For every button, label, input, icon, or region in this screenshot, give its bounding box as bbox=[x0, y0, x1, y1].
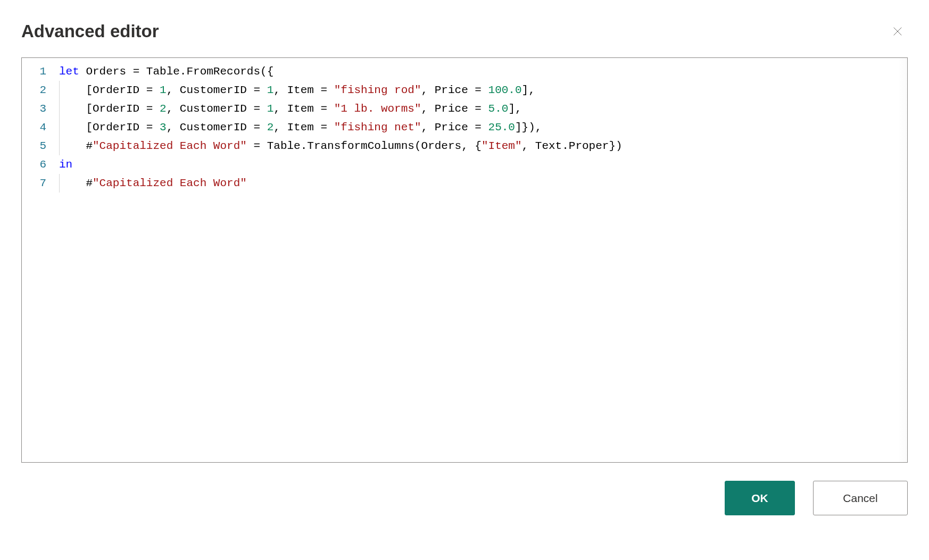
line-number: 2 bbox=[22, 81, 53, 99]
token-txt: [OrderID = bbox=[59, 103, 160, 115]
close-icon[interactable] bbox=[887, 21, 908, 41]
token-str: "Item" bbox=[482, 140, 522, 152]
token-txt: # bbox=[59, 177, 93, 189]
token-num: 100.0 bbox=[488, 84, 522, 96]
advanced-editor-dialog: Advanced editor 1234567 let Orders = Tab… bbox=[21, 21, 908, 515]
token-num: 3 bbox=[160, 121, 167, 133]
token-str: "Capitalized Each Word" bbox=[93, 177, 247, 189]
token-num: 2 bbox=[160, 103, 167, 115]
token-txt: , CustomerID = bbox=[167, 103, 267, 115]
token-txt: ], bbox=[508, 103, 521, 115]
token-txt: , Price = bbox=[421, 103, 488, 115]
dialog-button-row: OK Cancel bbox=[21, 481, 908, 515]
line-number: 7 bbox=[22, 174, 53, 193]
dialog-header: Advanced editor bbox=[21, 21, 908, 41]
scrollbar-track[interactable] bbox=[898, 58, 907, 462]
token-txt: , Item = bbox=[273, 121, 334, 133]
line-number-gutter: 1234567 bbox=[22, 62, 53, 193]
token-num: 1 bbox=[160, 84, 167, 96]
token-str: "1 lb. worms" bbox=[334, 103, 421, 115]
token-num: 5.0 bbox=[488, 103, 509, 115]
token-kw: let bbox=[59, 65, 79, 78]
token-txt: , Price = bbox=[421, 121, 488, 133]
line-number: 4 bbox=[22, 118, 53, 137]
token-txt: [OrderID = bbox=[59, 84, 160, 96]
token-txt: Orders = Table.FromRecords({ bbox=[79, 65, 273, 78]
token-str: "fishing net" bbox=[334, 121, 421, 133]
token-num: 1 bbox=[267, 84, 274, 96]
token-txt: , Text.Proper}) bbox=[522, 140, 623, 152]
line-number: 3 bbox=[22, 99, 53, 118]
code-line[interactable]: #"Capitalized Each Word" bbox=[59, 174, 907, 193]
line-number: 6 bbox=[22, 155, 53, 174]
token-txt: , Price = bbox=[421, 84, 488, 96]
token-txt: ], bbox=[522, 84, 535, 96]
line-number: 1 bbox=[22, 62, 53, 81]
code-line[interactable]: [OrderID = 3, CustomerID = 2, Item = "fi… bbox=[59, 118, 907, 137]
token-txt: , CustomerID = bbox=[167, 121, 267, 133]
token-str: "Capitalized Each Word" bbox=[93, 140, 247, 152]
line-number: 5 bbox=[22, 137, 53, 155]
ok-button[interactable]: OK bbox=[725, 481, 795, 515]
token-kw: in bbox=[59, 158, 72, 171]
code-line[interactable]: [OrderID = 1, CustomerID = 1, Item = "fi… bbox=[59, 81, 907, 99]
token-txt: ]}), bbox=[515, 121, 542, 133]
cancel-button[interactable]: Cancel bbox=[813, 481, 908, 515]
token-txt: # bbox=[59, 140, 93, 152]
token-str: "fishing rod" bbox=[334, 84, 421, 96]
code-line[interactable]: in bbox=[59, 155, 907, 174]
code-area[interactable]: let Orders = Table.FromRecords({ [OrderI… bbox=[53, 62, 907, 193]
token-txt: , Item = bbox=[273, 84, 334, 96]
token-txt: [OrderID = bbox=[59, 121, 160, 133]
code-line[interactable]: #"Capitalized Each Word" = Table.Transfo… bbox=[59, 137, 907, 155]
token-txt: , Item = bbox=[273, 103, 334, 115]
token-txt: = Table.TransformColumns(Orders, { bbox=[247, 140, 482, 152]
token-num: 1 bbox=[267, 103, 274, 115]
token-num: 2 bbox=[267, 121, 274, 133]
code-line[interactable]: [OrderID = 2, CustomerID = 1, Item = "1 … bbox=[59, 99, 907, 118]
code-line[interactable]: let Orders = Table.FromRecords({ bbox=[59, 62, 907, 81]
token-txt: , CustomerID = bbox=[167, 84, 267, 96]
code-editor[interactable]: 1234567 let Orders = Table.FromRecords({… bbox=[21, 57, 908, 463]
token-num: 25.0 bbox=[488, 121, 515, 133]
dialog-title: Advanced editor bbox=[21, 21, 159, 41]
